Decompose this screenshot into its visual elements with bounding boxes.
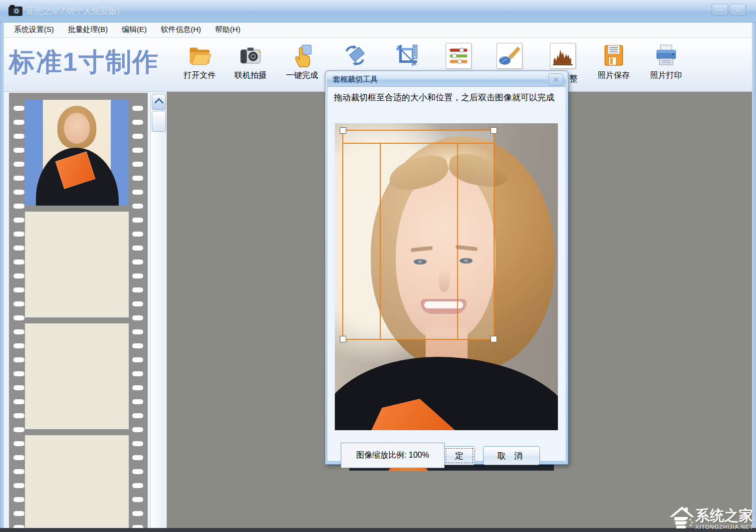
crop-guide-vertical <box>380 143 381 339</box>
app-logo-camera-icon <box>8 4 23 17</box>
close-icon: ✕ <box>730 4 746 15</box>
toolbar-label: 照片打印 <box>642 70 690 81</box>
folder-open-icon <box>187 43 212 68</box>
crop-handle-bottom-right[interactable] <box>491 336 497 342</box>
window-border-left <box>0 22 4 532</box>
toolbar-one-click-finish[interactable]: 一键完成 <box>278 43 326 81</box>
dialog-close-button[interactable]: ✕ <box>548 73 563 86</box>
brush-icon <box>497 43 522 69</box>
toolbar-label: 照片保存 <box>590 70 638 81</box>
film-sprocket-holes-right <box>132 97 144 528</box>
dialog-instruction: 拖动裁切框至合适的大小和位置，之后双击图像就可以完成 <box>334 92 561 103</box>
scale-ratio-label: 图像缩放比例: 100% <box>341 443 445 468</box>
menu-batch-process[interactable]: 批量处理(B) <box>68 25 108 34</box>
crop-handle-bottom-left[interactable] <box>340 336 346 342</box>
film-frame-empty <box>25 435 129 528</box>
window-border-bottom <box>0 528 756 532</box>
crop-frame[interactable] <box>342 130 495 340</box>
toolbar-open-file[interactable]: 打开文件 <box>176 43 224 81</box>
watermark: 系统之家 XITONGZHIJIA.NET <box>669 501 754 530</box>
film-frame-empty <box>25 212 129 317</box>
minimize-icon: — <box>712 4 728 15</box>
menu-edit[interactable]: 编辑(E) <box>122 25 147 34</box>
crop-photo-canvas[interactable] <box>335 123 558 430</box>
crop-guide-vertical <box>457 143 458 339</box>
toolbar-crop-tool[interactable] <box>383 43 431 70</box>
toolbar-retouch-brush[interactable] <box>486 43 533 71</box>
toolbar-camera-capture[interactable]: 联机拍摄 <box>227 43 274 81</box>
menu-system-settings[interactable]: 系统设置(S) <box>14 25 54 34</box>
menu-software-info[interactable]: 软件信息(H) <box>161 25 201 34</box>
sliders-icon <box>446 43 472 69</box>
ok-button-label: 定 <box>446 448 473 463</box>
close-button[interactable]: ✕ <box>730 4 746 16</box>
ok-button[interactable]: 定 <box>444 446 475 465</box>
hand-click-icon <box>289 43 314 68</box>
save-floppy-icon <box>601 43 626 68</box>
camera-icon <box>238 43 263 68</box>
close-icon: ✕ <box>549 74 563 85</box>
toolbar-label: 联机拍摄 <box>227 70 274 81</box>
titlebar[interactable]: 证照之星7.0(个人免费版) — ✕ <box>0 0 756 22</box>
toolbar-color-adjust[interactable] <box>435 43 483 71</box>
crop-dialog: 套框裁切工具 ✕ 拖动裁切框至合适的大小和位置，之后双击图像就可以完成 <box>325 70 568 465</box>
toolbar-label: 打开文件 <box>176 70 224 81</box>
crop-handle-top-left[interactable] <box>340 127 346 134</box>
film-frame-empty <box>25 323 129 429</box>
window-border-right <box>752 22 756 532</box>
window-title: 证照之星7.0(个人免费版) <box>26 5 120 17</box>
minimize-button[interactable]: — <box>712 4 728 16</box>
chevron-up-icon <box>154 98 163 107</box>
dialog-titlebar[interactable]: 套框裁切工具 ✕ <box>327 72 566 86</box>
filmstrip <box>9 93 148 528</box>
crop-icon <box>394 43 419 68</box>
thumbnail-portrait <box>43 100 111 206</box>
thumbnail-photo[interactable] <box>25 100 129 206</box>
toolbar-label-partial: 整 <box>569 73 578 84</box>
toolbar-print-photo[interactable]: 照片打印 <box>642 43 690 81</box>
scrollbar-thumb[interactable] <box>152 111 166 132</box>
filmstrip-scrollbar[interactable] <box>150 93 166 528</box>
scroll-up-button[interactable] <box>152 94 166 110</box>
histogram-icon <box>550 43 576 69</box>
toolbar-histogram-adjust[interactable] <box>539 43 587 69</box>
crop-guide-horizontal <box>343 143 494 144</box>
dialog-title: 套框裁切工具 <box>333 75 378 84</box>
app-window: 证照之星7.0(个人免费版) — ✕ 系统设置(S) 批量处理(B) 编辑(E)… <box>0 0 756 532</box>
crop-handle-top-right[interactable] <box>491 127 497 134</box>
rotate-icon <box>342 43 367 68</box>
menubar: 系统设置(S) 批量处理(B) 编辑(E) 软件信息(H) 帮助(H) <box>4 22 752 38</box>
page-title: 标准1寸制作 <box>9 45 159 80</box>
toolbar-save-photo[interactable]: 照片保存 <box>590 43 638 81</box>
watermark-site-name: 系统之家 <box>695 509 754 523</box>
dialog-body: 拖动裁切框至合适的大小和位置，之后双击图像就可以完成 <box>327 86 566 462</box>
toolbar-label: 一键完成 <box>278 70 326 81</box>
portrait-sweater <box>335 357 558 430</box>
cancel-button[interactable]: 取 消 <box>483 446 540 465</box>
toolbar-rotate-tool[interactable] <box>331 43 379 70</box>
watermark-site-domain: XITONGZHIJIA.NET <box>695 525 754 530</box>
printer-icon <box>654 43 679 68</box>
filmstrip-panel <box>4 91 167 528</box>
watermark-house-icon <box>669 504 695 530</box>
film-sprocket-holes-left <box>13 97 25 528</box>
menu-help[interactable]: 帮助(H) <box>215 25 241 34</box>
